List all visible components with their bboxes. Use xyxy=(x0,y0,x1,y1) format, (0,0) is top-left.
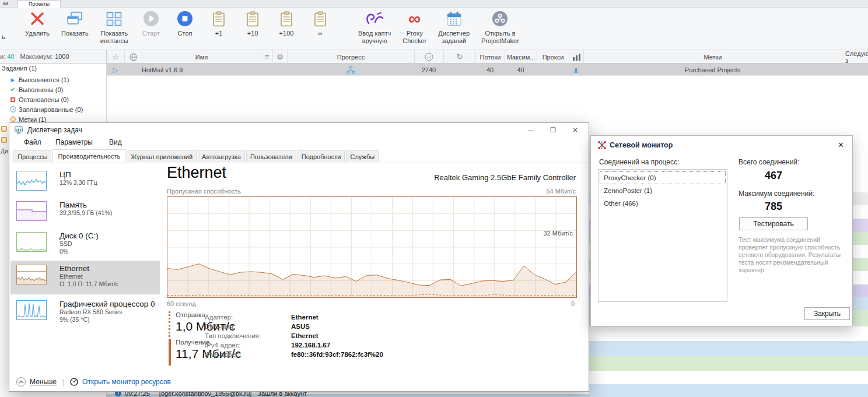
filter-column-header[interactable]: ≡ xyxy=(261,50,272,64)
clock-icon xyxy=(8,106,18,113)
tag-icon xyxy=(8,116,18,122)
settings-column-header[interactable]: ⚙ xyxy=(272,50,287,64)
check-circle-icon xyxy=(425,52,433,61)
filter-icon: ≡ xyxy=(265,52,270,61)
sidebar-item-running[interactable]: ▶Выполняются (1) xyxy=(8,76,69,83)
fewer-details-button[interactable]: Меньше xyxy=(30,378,57,386)
star-icon: ☆ xyxy=(113,52,120,61)
process-list-item[interactable]: ProxyChecker (0) xyxy=(600,171,726,184)
resource-monitor-icon xyxy=(70,378,78,386)
minimize-button[interactable]: — xyxy=(520,123,542,137)
column-header-name[interactable]: Имя xyxy=(142,50,261,64)
refresh-column-header[interactable]: ↻ xyxy=(443,50,475,64)
proxy-checker-button[interactable]: ∞ Proxy Checker xyxy=(401,10,428,45)
row-success-count: 2740 xyxy=(414,64,443,76)
row-task-name[interactable]: HotMail v1.6.9 xyxy=(142,64,261,76)
sidebar-item-completed[interactable]: ✔Выполнены (0) xyxy=(8,86,63,93)
process-list-item[interactable]: ZennoPoster (1) xyxy=(600,184,726,197)
delete-button[interactable]: Удалить xyxy=(23,10,51,37)
show-window-icon xyxy=(66,10,83,27)
max-connections-label: Максимум соединений: xyxy=(738,189,814,198)
show-button[interactable]: Показать xyxy=(60,10,90,37)
perf-item-memory[interactable]: Память39,3/95,9 ГБ (41%) xyxy=(10,199,160,229)
sidebar-clipped-item[interactable]: Дис xyxy=(1,148,8,154)
column-header-progress[interactable]: Прогресс xyxy=(287,50,414,64)
column-header-tags[interactable]: Метки xyxy=(583,50,842,64)
task-scheduler-button[interactable]: Диспетчер заданий xyxy=(436,10,471,45)
stop-icon xyxy=(177,10,193,27)
start-icon xyxy=(143,10,159,27)
start-button[interactable]: Старт xyxy=(138,10,164,37)
scale-mid-label: 32 Мбит/с xyxy=(544,230,573,237)
bar-chart-icon xyxy=(573,54,580,61)
mini-bars-icon xyxy=(573,67,579,73)
network-monitor-icon xyxy=(597,140,607,150)
tab-processes[interactable]: Процессы xyxy=(13,150,51,162)
add-10-tries-button[interactable]: +10 xyxy=(240,10,265,37)
clipboard-icon xyxy=(280,10,293,27)
perf-item-cpu[interactable]: ЦП12% 3,30 ГГц xyxy=(10,168,160,199)
process-list[interactable]: ProxyChecker (0) ZennoPoster (1) Other (… xyxy=(598,169,727,302)
tab-app-history[interactable]: Журнал приложений xyxy=(127,150,197,162)
column-header-threads[interactable]: Потоки xyxy=(475,50,505,64)
manual-captcha-button[interactable]: Ввод каптч вручную xyxy=(356,10,393,45)
sidebar-item-scheduled[interactable]: Запланированные (0) xyxy=(8,106,83,113)
perf-item-gpu[interactable]: Графический процессор 0Radeon RX 580 Ser… xyxy=(10,298,160,328)
show-instances-button[interactable]: Показать инстансы xyxy=(99,10,130,45)
sidebar-item-stopped[interactable]: Остановлены (0) xyxy=(8,96,69,103)
task-manager-titlebar[interactable]: Диспетчер задач — ❐ ✕ xyxy=(9,123,589,137)
field-label-dns: DNS-имя: xyxy=(205,323,289,330)
maximum-label: Максимум: xyxy=(20,53,52,60)
favorite-column-header[interactable]: ☆ xyxy=(107,50,124,64)
add-1-try-button[interactable]: +1 xyxy=(206,10,232,37)
open-resource-monitor-link[interactable]: Открыть монитор ресурсов xyxy=(82,378,171,386)
delete-icon xyxy=(30,10,45,27)
stats-column-header[interactable] xyxy=(569,50,583,64)
globe-column-header[interactable] xyxy=(124,50,142,64)
column-header-max[interactable]: Максим... xyxy=(505,50,537,64)
field-value-adapter: Ethernet xyxy=(291,314,318,321)
menu-file[interactable]: Файл xyxy=(24,138,41,146)
footer-divider: | xyxy=(62,378,64,386)
window-title: Диспетчер задач xyxy=(27,126,82,134)
close-button[interactable]: ✕ xyxy=(564,123,586,137)
tab-services[interactable]: Службы xyxy=(346,150,379,162)
max-connections-value: 785 xyxy=(738,201,808,213)
stop-square-icon xyxy=(8,97,18,102)
open-in-projectmaker-button[interactable]: Открыть в ProjectMaker xyxy=(480,10,521,45)
perf-item-ethernet[interactable]: EthernetEthernetО: 1,0 П: 11,7 Мбит/с xyxy=(10,261,160,294)
task-manager-footer: Меньше | Открыть монитор ресурсов xyxy=(9,373,589,391)
tab-partial[interactable]: ки xyxy=(3,1,8,6)
process-list-item[interactable]: Other (466) xyxy=(600,197,726,210)
close-icon[interactable]: ✕ xyxy=(838,140,844,149)
field-label-connection-type: Тип подключения: xyxy=(205,332,289,339)
tab-details[interactable]: Подробности xyxy=(298,150,345,162)
background-row xyxy=(589,371,868,384)
tab-performance[interactable]: Производительность xyxy=(52,149,125,163)
tab-users[interactable]: Пользователи xyxy=(246,150,296,162)
stop-button[interactable]: Стоп xyxy=(172,10,198,37)
success-column-header[interactable] xyxy=(414,50,443,64)
sidebar-root-tasks[interactable]: Задания (1) xyxy=(2,65,37,72)
column-header-proxy[interactable]: Прокси xyxy=(537,50,569,64)
test-button[interactable]: Тестировать xyxy=(739,217,808,230)
tab-startup[interactable]: Автозагрузка xyxy=(198,150,245,162)
add-100-tries-button[interactable]: +100 xyxy=(274,10,299,37)
x-axis-right-label: 0 xyxy=(571,300,575,307)
tab-projects[interactable]: Проекты xyxy=(18,0,61,8)
perf-item-disk[interactable]: Диск 0 (C:)SSD0% xyxy=(10,230,160,260)
row-max-threads: 40 xyxy=(505,64,537,76)
infinite-tries-button[interactable]: ∞ xyxy=(307,10,333,37)
row-progress-cell xyxy=(287,64,414,76)
memory-sparkline xyxy=(16,201,47,221)
close-dialog-button[interactable]: Закрыть xyxy=(804,307,850,320)
maximize-button[interactable]: ❐ xyxy=(542,123,564,137)
row-stats-cell[interactable] xyxy=(569,64,583,76)
column-header-next-run[interactable]: Следующий з xyxy=(842,50,868,64)
task-manager-window: Диспетчер задач — ❐ ✕ Файл Параметры Вид… xyxy=(9,122,589,392)
field-label-adapter: Адаптер: xyxy=(205,314,289,321)
x-axis-left-label: 60 секунд xyxy=(167,300,196,307)
menu-view[interactable]: Вид xyxy=(109,138,122,146)
menu-options[interactable]: Параметры xyxy=(55,138,93,146)
row-tags: Purchased Projects xyxy=(583,64,842,76)
